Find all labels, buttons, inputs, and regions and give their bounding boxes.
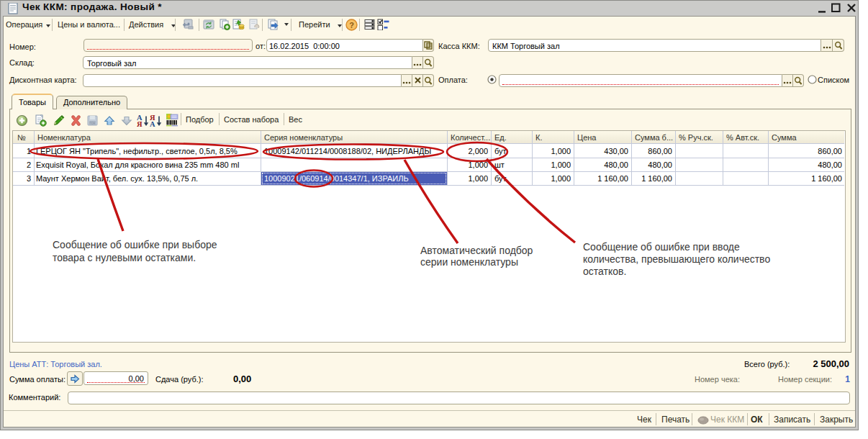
svg-text:?: ? xyxy=(349,21,354,30)
svg-text:ГОК: ГОК xyxy=(89,122,96,125)
svg-text:Я: Я xyxy=(137,120,143,127)
svg-text:А: А xyxy=(150,120,155,127)
